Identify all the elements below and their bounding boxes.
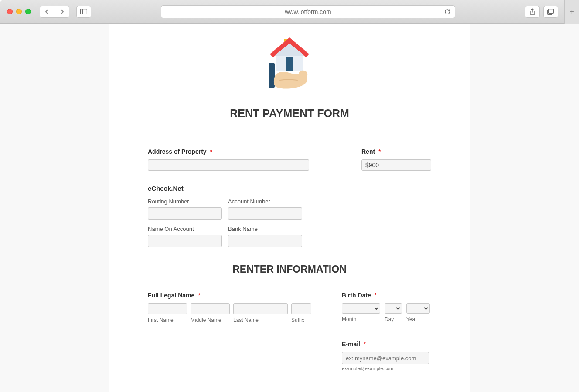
svg-rect-0 <box>81 9 87 14</box>
first-name-input[interactable] <box>148 303 187 314</box>
required-marker: * <box>364 341 366 348</box>
house-hand-icon <box>259 37 320 98</box>
bank-name-label: Bank Name <box>228 226 302 232</box>
form-container: RENT PAYMENT FORM Address of Property * … <box>109 24 470 392</box>
sidebar-icon <box>80 9 87 14</box>
required-marker: * <box>198 292 200 299</box>
birth-date-field: Birth Date * Month Day <box>342 292 433 322</box>
day-cell: Day <box>385 303 402 322</box>
maximize-window-button[interactable] <box>25 9 31 14</box>
address-bar[interactable]: www.jotform.com <box>161 5 455 18</box>
url-text: www.jotform.com <box>285 8 331 15</box>
back-button[interactable] <box>40 6 54 18</box>
day-sublabel: Day <box>385 316 402 322</box>
year-select[interactable] <box>406 303 430 314</box>
middle-name-sublabel: Middle Name <box>191 317 230 323</box>
first-name-cell: First Name <box>148 303 187 323</box>
renter-section-title: RENTER INFORMATION <box>148 264 431 275</box>
minimize-window-button[interactable] <box>16 9 22 14</box>
name-on-account-label: Name On Account <box>148 226 222 232</box>
last-name-input[interactable] <box>233 303 288 314</box>
tabs-icon <box>547 9 554 15</box>
browser-toolbar: www.jotform.com + <box>0 0 579 24</box>
address-rent-row: Address of Property * Rent * <box>148 148 431 171</box>
address-input[interactable] <box>148 159 309 171</box>
account-label: Account Number <box>228 198 302 205</box>
full-name-field: Full Legal Name * First Name Middle Name… <box>148 292 311 371</box>
account-field: Account Number <box>228 198 302 220</box>
suffix-sublabel: Suffix <box>291 317 311 323</box>
chevron-right-icon <box>60 9 64 15</box>
plus-icon: + <box>569 7 574 17</box>
required-marker: * <box>375 292 377 299</box>
toolbar-right <box>525 6 558 18</box>
date-parts-grid: Month Day Year <box>342 303 433 322</box>
name-on-account-field: Name On Account <box>148 226 222 247</box>
middle-name-cell: Middle Name <box>191 303 230 323</box>
suffix-input[interactable] <box>291 303 311 314</box>
name-on-account-input[interactable] <box>148 235 222 247</box>
page-viewport: RENT PAYMENT FORM Address of Property * … <box>0 24 579 392</box>
month-cell: Month <box>342 303 380 322</box>
rent-input[interactable] <box>361 159 431 171</box>
account-input[interactable] <box>228 207 302 220</box>
day-select[interactable] <box>385 303 402 314</box>
birth-date-label: Birth Date * <box>342 292 433 299</box>
bank-name-input[interactable] <box>228 235 302 247</box>
share-icon <box>529 8 535 15</box>
year-cell: Year <box>406 303 430 322</box>
nav-buttons <box>40 6 69 18</box>
address-label: Address of Property * <box>148 148 344 155</box>
required-marker: * <box>378 148 381 155</box>
month-select[interactable] <box>342 303 380 314</box>
first-name-sublabel: First Name <box>148 317 187 323</box>
email-input[interactable] <box>342 352 429 364</box>
svg-rect-3 <box>549 9 554 13</box>
name-parts-grid: First Name Middle Name Last Name Suffix <box>148 303 311 323</box>
share-button[interactable] <box>525 6 540 18</box>
close-window-button[interactable] <box>7 9 13 14</box>
sidebar-toggle-button[interactable] <box>76 6 91 18</box>
svg-rect-6 <box>269 63 275 88</box>
echeck-section: eCheck.Net Routing Number Account Number… <box>148 185 431 247</box>
email-label: E-mail * <box>342 341 433 348</box>
form-logo <box>148 37 431 98</box>
refresh-icon <box>444 9 450 15</box>
forward-button[interactable] <box>54 6 69 18</box>
routing-input[interactable] <box>148 207 222 220</box>
right-column: Birth Date * Month Day <box>342 292 433 371</box>
echeck-section-label: eCheck.Net <box>148 185 431 192</box>
chevron-left-icon <box>45 9 49 15</box>
required-marker: * <box>210 148 212 155</box>
suffix-cell: Suffix <box>291 303 311 323</box>
year-sublabel: Year <box>406 316 430 322</box>
routing-field: Routing Number <box>148 198 222 220</box>
refresh-button[interactable] <box>444 9 450 15</box>
routing-label: Routing Number <box>148 198 222 205</box>
address-field: Address of Property * <box>148 148 344 171</box>
new-tab-button[interactable]: + <box>564 0 579 24</box>
tabs-button[interactable] <box>543 6 558 18</box>
name-birth-row: Full Legal Name * First Name Middle Name… <box>148 292 431 371</box>
svg-rect-5 <box>286 57 293 71</box>
window-controls <box>7 9 31 14</box>
last-name-cell: Last Name <box>233 303 288 323</box>
month-sublabel: Month <box>342 316 380 322</box>
bank-name-field: Bank Name <box>228 226 302 247</box>
last-name-sublabel: Last Name <box>233 317 288 323</box>
middle-name-input[interactable] <box>191 303 230 314</box>
full-name-label: Full Legal Name * <box>148 292 311 299</box>
rent-label: Rent * <box>361 148 431 155</box>
email-field: E-mail * example@example.com <box>342 341 433 371</box>
form-title: RENT PAYMENT FORM <box>148 107 431 120</box>
echeck-grid: Routing Number Account Number Name On Ac… <box>148 198 431 247</box>
rent-field: Rent * <box>361 148 431 171</box>
email-hint: example@example.com <box>342 366 433 371</box>
